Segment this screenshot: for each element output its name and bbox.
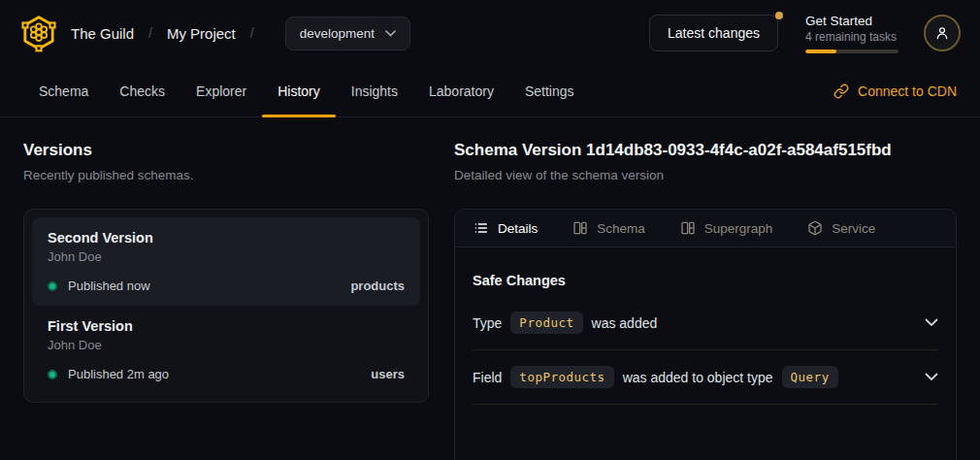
breadcrumb-separator: / bbox=[250, 25, 254, 41]
detail-tab-label: Details bbox=[498, 221, 538, 236]
get-started-title: Get Started bbox=[805, 14, 898, 28]
version-list-item[interactable]: First Version John Doe Published 2m ago … bbox=[32, 306, 420, 394]
schema-version-panel: Details Schema bbox=[454, 209, 957, 460]
versions-subtitle: Recently published schemas. bbox=[23, 168, 429, 182]
change-code-chip: Query bbox=[782, 366, 838, 388]
versions-column: Versions Recently published schemas. Sec… bbox=[23, 141, 429, 460]
get-started-widget[interactable]: Get Started 4 remaining tasks bbox=[805, 14, 898, 53]
panels-icon bbox=[572, 220, 588, 236]
detail-tab-bar: Details Schema bbox=[455, 210, 956, 247]
main-content: Versions Recently published schemas. Sec… bbox=[0, 117, 980, 460]
app-header: The Guild / My Project / development Lat… bbox=[0, 0, 980, 66]
latest-changes-button[interactable]: Latest changes bbox=[649, 15, 778, 51]
change-code-chip: topProducts bbox=[510, 366, 613, 388]
cube-icon bbox=[807, 220, 823, 236]
change-code-chip: Product bbox=[510, 312, 582, 334]
tab-checks[interactable]: Checks bbox=[104, 66, 180, 116]
header-right-group: Latest changes Get Started 4 remaining t… bbox=[649, 14, 961, 53]
schema-version-subtitle: Detailed view of the schema version bbox=[454, 168, 957, 182]
org-name: The Guild bbox=[71, 25, 134, 42]
brand-home-link[interactable]: The Guild bbox=[19, 14, 134, 52]
versions-title: Versions bbox=[23, 141, 429, 160]
tab-settings[interactable]: Settings bbox=[509, 66, 590, 116]
detail-tab-supergraph[interactable]: Supergraph bbox=[680, 220, 773, 236]
change-row[interactable]: Field topProducts was added to object ty… bbox=[473, 350, 938, 405]
chevron-down-icon[interactable] bbox=[925, 318, 938, 327]
version-status-row: Published 2m ago users bbox=[48, 367, 405, 381]
connect-to-cdn-label: Connect to CDN bbox=[858, 83, 957, 99]
detail-tab-schema[interactable]: Schema bbox=[572, 220, 645, 236]
published-status-dot bbox=[48, 281, 57, 291]
user-icon bbox=[933, 24, 951, 42]
detail-tab-details[interactable]: Details bbox=[474, 220, 538, 236]
version-name: Second Version bbox=[48, 230, 405, 246]
breadcrumb-project-link[interactable]: My Project bbox=[167, 25, 236, 42]
detail-tab-label: Schema bbox=[597, 221, 645, 236]
published-status-dot bbox=[48, 370, 57, 379]
breadcrumb-separator: / bbox=[148, 25, 152, 41]
get-started-progress-track bbox=[805, 49, 898, 53]
user-avatar[interactable] bbox=[924, 15, 961, 51]
versions-list: Second Version John Doe Published now pr… bbox=[23, 209, 429, 403]
environment-dropdown-value: development bbox=[300, 26, 375, 41]
change-row[interactable]: Type Product was added bbox=[473, 296, 938, 350]
notification-dot bbox=[775, 12, 783, 19]
detail-tab-service[interactable]: Service bbox=[807, 220, 875, 236]
change-prefix: Field bbox=[473, 370, 502, 385]
connect-to-cdn-link[interactable]: Connect to CDN bbox=[833, 66, 957, 116]
version-name: First Version bbox=[48, 318, 405, 334]
detail-tab-label: Service bbox=[832, 221, 875, 236]
get-started-subtitle: 4 remaining tasks bbox=[805, 30, 898, 44]
tab-laboratory[interactable]: Laboratory bbox=[413, 66, 509, 116]
change-middle: was added to object type bbox=[623, 370, 773, 385]
version-status: Published now bbox=[68, 279, 150, 293]
detail-tab-label: Supergraph bbox=[704, 221, 773, 236]
version-status: Published 2m ago bbox=[68, 367, 169, 381]
tab-insights[interactable]: Insights bbox=[336, 66, 413, 116]
main-nav: Schema Checks Explorer History Insights … bbox=[0, 66, 980, 117]
get-started-progress-fill bbox=[805, 49, 836, 53]
link-icon bbox=[833, 83, 849, 99]
version-author: John Doe bbox=[48, 249, 405, 264]
change-suffix: was added bbox=[592, 315, 658, 331]
panels-icon bbox=[680, 220, 696, 236]
schema-version-column: Schema Version 1d14db83-0933-4f4c-a02f-a… bbox=[454, 141, 957, 460]
schema-version-title: Schema Version 1d14db83-0933-4f4c-a02f-a… bbox=[454, 141, 957, 160]
version-list-item[interactable]: Second Version John Doe Published now pr… bbox=[32, 217, 420, 306]
guild-logo-icon bbox=[19, 14, 58, 52]
list-icon bbox=[474, 220, 489, 236]
change-prefix: Type bbox=[473, 315, 502, 331]
tab-history[interactable]: History bbox=[262, 66, 336, 116]
detail-body: Safe Changes Type Product was added Fiel… bbox=[455, 247, 956, 405]
version-status-row: Published now products bbox=[48, 279, 405, 293]
chevron-down-icon[interactable] bbox=[925, 373, 938, 381]
version-author: John Doe bbox=[48, 338, 405, 352]
version-service-badge: products bbox=[350, 279, 405, 293]
safe-changes-heading: Safe Changes bbox=[473, 273, 938, 288]
version-service-badge: users bbox=[371, 367, 405, 381]
tab-explorer[interactable]: Explorer bbox=[180, 66, 262, 116]
chevron-down-icon bbox=[385, 30, 396, 37]
tab-schema[interactable]: Schema bbox=[23, 66, 104, 116]
environment-dropdown[interactable]: development bbox=[285, 16, 410, 50]
